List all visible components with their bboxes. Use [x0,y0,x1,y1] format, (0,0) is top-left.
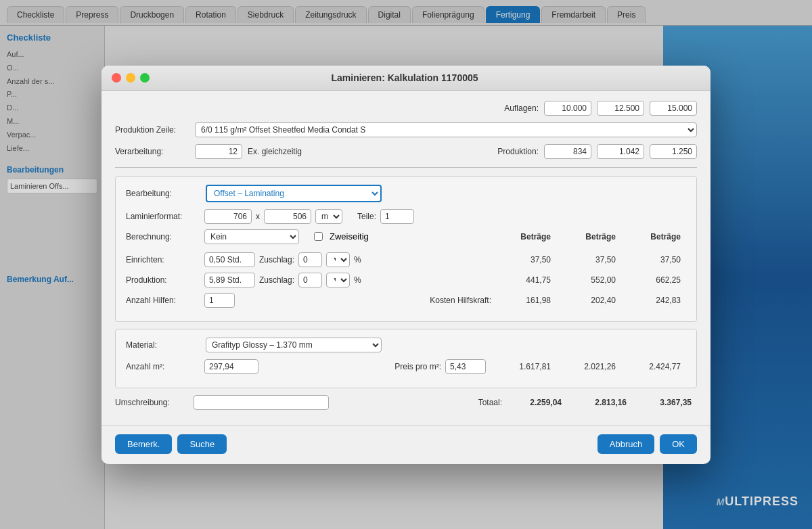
material-select[interactable]: Grafityp Glossy – 1.370 mm [206,338,382,352]
footer-right: Abbruch OK [597,434,697,454]
produktion2-std-input[interactable] [204,273,255,288]
einrichten-label: Einrichten: [126,255,200,264]
prod-zeile-select[interactable]: 6/0 115 g/m² Offset Sheetfed Media Conda… [195,122,697,137]
footer-buttons: Bemerk. Suche Abbruch OK [102,426,710,464]
preis-m2-input[interactable] [445,359,486,374]
betrage-header-3: Beträge [625,232,686,242]
produktion2-pct: % [354,275,361,285]
einrichten-std-input[interactable] [204,252,255,267]
window-controls [112,73,150,83]
produktion-label: Produktion: [497,147,539,156]
prod-zeile-label: Produktion Zeile: [115,125,189,135]
teile-label: Teile: [357,212,376,221]
preis-m2-label: Preis pro m²: [394,362,441,371]
auflagen-input-1[interactable] [544,101,591,116]
berechnung-row: Berechnung: Kein Zweiseitig Beträge Betr… [126,229,686,244]
umschreibung-label: Umschreibung: [115,398,189,407]
einrichten-zuschlag-input[interactable] [298,252,322,267]
produktion2-zuschlag-input[interactable] [298,273,322,288]
bearbeitung-row: Bearbeitung: Offset – Laminating [126,185,686,202]
zweiseitig-checkbox[interactable] [314,232,323,241]
abbruch-button[interactable]: Abbruch [597,434,654,454]
data-rows-section: Einrichten: Zuschlag: ▼ % 37,50 37,50 37… [126,252,686,308]
bearbeitung-section: Bearbeitung: Offset – Laminating Laminie… [115,176,697,322]
window-minimize-button[interactable] [126,73,135,83]
produktion2-b1: 441,75 [495,275,556,285]
einrichten-zuschlag-label: Zuschlag: [259,255,294,264]
anzahl-m2-input[interactable] [204,359,258,374]
material-label: Material: [126,340,200,350]
produktion2-zuschlag-label: Zuschlag: [259,275,294,285]
kosten-hk-label: Kosten Hilfskraft: [430,296,491,305]
prod-zeile-row: Produktion Zeile: 6/0 115 g/m² Offset Sh… [115,122,697,137]
anzahl-hilfen-input[interactable] [204,293,235,308]
dialog-content: Auflagen: Produktion Zeile: 6/0 115 g/m²… [102,91,710,426]
totaal-3: 3.367,35 [636,398,697,407]
produktion2-row: Produktion: Zuschlag: ▼ % 441,75 552,00 … [126,273,686,288]
dialog-title: Laminieren: Kalkulation 1170005 [150,72,660,83]
window-close-button[interactable] [112,73,121,83]
totaal-2: 2.813,16 [571,398,632,407]
verarbeitung-suffix: Ex. gleichzeitig [248,147,302,156]
anzahl-hilfen-row: Anzahl Hilfen: Kosten Hilfskraft: 161,98… [126,293,686,308]
anzahl-m2-row: Anzahl m²: Preis pro m²: 1.617,81 2.021,… [126,359,686,374]
ok-button[interactable]: OK [660,434,697,454]
auflagen-label: Auflagen: [504,104,539,113]
material-b2: 2.021,26 [560,362,621,371]
berechnung-label: Berechnung: [126,232,200,242]
dialog-window: Laminieren: Kalkulation 1170005 Auflagen… [102,66,710,464]
produktion-input-3[interactable] [650,144,697,159]
verarbeitung-row: Verarbeitung: Ex. gleichzeitig Produktio… [115,144,697,159]
einrichten-b3: 37,50 [625,255,686,264]
laminier-x: x [256,212,260,221]
berechnung-select[interactable]: Kein [204,229,299,244]
betrage-header-2: Beträge [560,232,621,242]
produktion-input-1[interactable] [544,144,591,159]
laminier-w-input[interactable] [204,209,252,224]
teile-input[interactable] [380,209,414,224]
umschreibung-totaal-row: Umschreibung: Totaal: 2.259,04 2.813,16 … [115,395,697,410]
verarbeitung-input[interactable] [195,144,242,159]
produktion2-label: Produktion: [126,275,200,285]
einrichten-b2: 37,50 [560,255,621,264]
suche-button[interactable]: Suche [177,434,227,454]
produktion2-zuschlag-select[interactable]: ▼ [326,273,350,288]
bearbeitung-label: Bearbeitung: [126,189,200,198]
laminier-h-input[interactable] [264,209,311,224]
window-maximize-button[interactable] [140,73,150,83]
material-section: Material: Grafityp Glossy – 1.370 mm Anz… [115,329,697,388]
kosten-hk-1: 161,98 [495,296,556,305]
bearbeitung-select[interactable]: Offset – Laminating [206,185,382,202]
laminierformat-row: Laminierformat: x mm Teile: [126,209,686,224]
title-bar: Laminieren: Kalkulation 1170005 [102,66,710,91]
app-container: ChecklistePrepressDruckbogenRotationSieb… [0,0,812,529]
anzahl-hilfen-label: Anzahl Hilfen: [126,296,200,305]
totaal-label: Totaal: [478,398,502,407]
material-b3: 2.424,77 [625,362,686,371]
auflagen-input-2[interactable] [597,101,644,116]
einrichten-zuschlag-select[interactable]: ▼ [326,252,350,267]
auflagen-row: Auflagen: [115,101,697,116]
laminierformat-label: Laminierformat: [126,212,200,221]
einrichten-row: Einrichten: Zuschlag: ▼ % 37,50 37,50 37… [126,252,686,267]
kosten-hk-2: 202,40 [560,296,621,305]
bemerk-button[interactable]: Bemerk. [115,434,172,454]
zweiseitig-label: Zweiseitig [330,231,369,242]
anzahl-m2-label: Anzahl m²: [126,362,200,371]
kosten-hk-3: 242,83 [625,296,686,305]
einrichten-b1: 37,50 [495,255,556,264]
auflagen-input-3[interactable] [650,101,697,116]
footer-left: Bemerk. Suche [115,434,227,454]
material-row: Material: Grafityp Glossy – 1.370 mm [126,338,686,352]
verarbeitung-label: Verarbeitung: [115,147,189,156]
betrage-header-1: Beträge [495,232,556,242]
material-b1: 1.617,81 [495,362,556,371]
zweiseitig-checkbox-label: Zweiseitig [314,231,369,242]
totaal-1: 2.259,04 [506,398,567,407]
produktion2-b3: 662,25 [625,275,686,285]
produktion2-b2: 552,00 [560,275,621,285]
umschreibung-input[interactable] [194,395,329,410]
modal-overlay: Laminieren: Kalkulation 1170005 Auflagen… [0,0,812,529]
laminier-unit-select[interactable]: mm [315,209,342,224]
produktion-input-2[interactable] [597,144,644,159]
